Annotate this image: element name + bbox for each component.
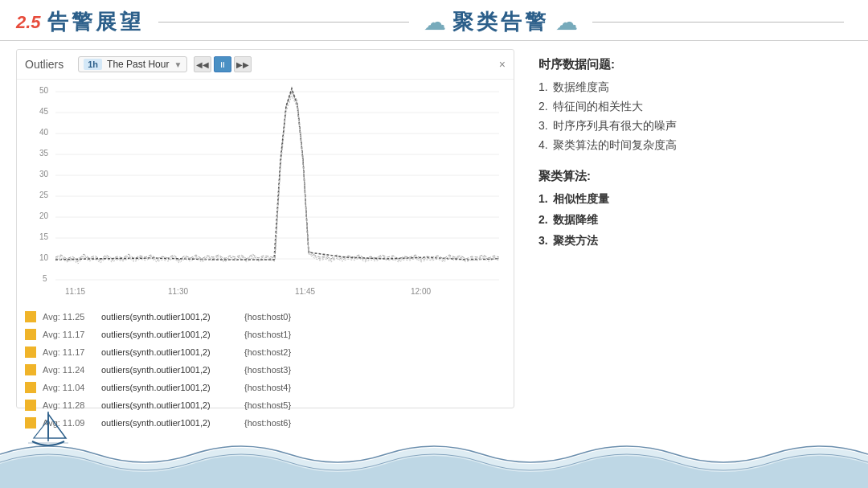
time-selector[interactable]: 1h The Past Hour ▼ xyxy=(78,56,187,72)
legend-color-0 xyxy=(25,311,36,322)
item-text: 聚类方法 xyxy=(553,234,598,248)
list-item: 3. 时序序列具有很大的噪声 xyxy=(538,119,844,133)
item-text: 聚类算法的时间复杂度高 xyxy=(553,138,677,153)
item-number: 4. xyxy=(538,138,548,153)
legend-avg-0: Avg: 11.25 xyxy=(43,312,95,322)
list-item: Avg: 11.24 outliers(synth.outlier1001,2)… xyxy=(25,361,506,379)
item-text: 数据降维 xyxy=(553,213,598,228)
legend-host-1: {host:host1} xyxy=(244,330,291,339)
legend-rows: Avg: 11.25 outliers(synth.outlier1001,2)… xyxy=(17,305,514,435)
legend-host-3: {host:host3} xyxy=(244,365,291,375)
list-item: 4. 聚类算法的时间复杂度高 xyxy=(538,138,844,153)
info-panel: 时序数据问题: 1. 数据维度高 2. 特征间的相关性大 3. 时序序列具有很大… xyxy=(530,49,852,408)
legend-metric-3: outliers(synth.outlier1001,2) xyxy=(101,365,238,375)
legend-avg-1: Avg: 11.17 xyxy=(43,330,95,339)
close-button[interactable]: × xyxy=(499,58,506,71)
svg-text:15: 15 xyxy=(39,232,49,241)
algo-list: 1. 相似性度量 2. 数据降维 3. 聚类方法 xyxy=(538,192,844,248)
svg-text:25: 25 xyxy=(39,191,49,199)
chart-toolbar: Outliers 1h The Past Hour ▼ ◀◀ ⏸ ▶▶ × xyxy=(17,50,514,80)
legend-color-2 xyxy=(25,347,36,358)
legend-metric-0: outliers(synth.outlier1001,2) xyxy=(101,312,238,322)
list-item: Avg: 11.28 outliers(synth.outlier1001,2)… xyxy=(25,396,506,414)
list-item: Avg: 11.17 outliers(synth.outlier1001,2)… xyxy=(25,343,506,361)
legend-metric-4: outliers(synth.outlier1001,2) xyxy=(101,383,238,392)
item-number: 1. xyxy=(538,80,548,95)
item-number: 2. xyxy=(538,213,548,228)
problems-list: 1. 数据维度高 2. 特征间的相关性大 3. 时序序列具有很大的噪声 4. 聚… xyxy=(538,80,844,153)
section1-title: 时序数据问题: xyxy=(538,57,844,72)
item-number: 1. xyxy=(538,192,548,207)
item-text: 特征间的相关性大 xyxy=(553,100,643,114)
list-item: 1. 相似性度量 xyxy=(538,192,844,207)
forward-button[interactable]: ▶▶ xyxy=(234,56,252,72)
header-divider xyxy=(158,22,410,23)
item-number: 2. xyxy=(538,100,548,114)
item-number: 3. xyxy=(538,234,548,248)
chart-title: Outliers xyxy=(25,58,63,71)
svg-text:45: 45 xyxy=(39,107,49,116)
header-divider-right xyxy=(592,22,844,23)
main-content: Outliers 1h The Past Hour ▼ ◀◀ ⏸ ▶▶ × 50… xyxy=(0,41,868,416)
svg-text:12:00: 12:00 xyxy=(411,287,431,296)
list-item: 1. 数据维度高 xyxy=(538,80,844,95)
legend-avg-2: Avg: 11.17 xyxy=(43,347,95,357)
legend-color-1 xyxy=(25,329,36,340)
legend-avg-3: Avg: 11.24 xyxy=(43,365,95,375)
cloud-icon-left: ☁ xyxy=(424,9,446,35)
svg-text:20: 20 xyxy=(39,211,49,220)
legend-host-5: {host:host5} xyxy=(244,400,291,410)
legend-color-3 xyxy=(25,364,36,375)
sailboat-icon xyxy=(24,408,72,452)
list-item: Avg: 11.25 outliers(synth.outlier1001,2)… xyxy=(25,308,506,326)
wave-svg xyxy=(0,424,868,488)
chart-panel: Outliers 1h The Past Hour ▼ ◀◀ ⏸ ▶▶ × 50… xyxy=(16,49,514,408)
legend-metric-5: outliers(synth.outlier1001,2) xyxy=(101,400,238,410)
rewind-button[interactable]: ◀◀ xyxy=(194,56,211,72)
legend-host-2: {host:host2} xyxy=(244,347,291,357)
list-item: Avg: 11.04 outliers(synth.outlier1001,2)… xyxy=(25,379,506,396)
list-item: 2. 特征间的相关性大 xyxy=(538,100,844,114)
chart-area: 50 45 40 35 30 25 20 15 10 5 xyxy=(17,80,514,305)
page-title: 告警展望 xyxy=(47,8,144,36)
cloud-icon-right: ☁ xyxy=(555,9,578,35)
svg-text:11:45: 11:45 xyxy=(295,287,315,296)
item-text: 相似性度量 xyxy=(553,192,609,207)
wave-decoration xyxy=(0,424,868,488)
chart-svg: 50 45 40 35 30 25 20 15 10 5 xyxy=(25,84,507,301)
svg-text:11:30: 11:30 xyxy=(168,287,188,296)
time-label: The Past Hour xyxy=(107,59,169,70)
svg-text:40: 40 xyxy=(39,128,49,137)
list-item: 3. 聚类方法 xyxy=(538,234,844,248)
list-item: Avg: 11.17 outliers(synth.outlier1001,2)… xyxy=(25,326,506,343)
center-title: 聚类告警 xyxy=(452,8,549,36)
header: 2.5 告警展望 ☁ 聚类告警 ☁ xyxy=(0,0,868,41)
dropdown-arrow-icon: ▼ xyxy=(174,60,182,69)
svg-text:30: 30 xyxy=(39,170,49,178)
playback-controls: ◀◀ ⏸ ▶▶ xyxy=(194,56,252,72)
legend-host-4: {host:host4} xyxy=(244,383,291,392)
item-text: 数据维度高 xyxy=(553,80,609,95)
legend-metric-1: outliers(synth.outlier1001,2) xyxy=(101,330,238,339)
svg-text:10: 10 xyxy=(39,253,49,262)
legend-metric-2: outliers(synth.outlier1001,2) xyxy=(101,347,238,357)
svg-text:50: 50 xyxy=(39,86,49,95)
item-text: 时序序列具有很大的噪声 xyxy=(553,119,677,133)
section-number: 2.5 xyxy=(16,12,41,33)
pause-button[interactable]: ⏸ xyxy=(214,56,231,72)
svg-text:11:15: 11:15 xyxy=(65,287,85,296)
time-badge: 1h xyxy=(84,59,102,70)
header-left: 2.5 告警展望 ☁ 聚类告警 ☁ xyxy=(16,8,852,36)
item-number: 3. xyxy=(538,119,548,133)
list-item: 2. 数据降维 xyxy=(538,213,844,228)
legend-color-4 xyxy=(25,382,36,393)
section2-title: 聚类算法: xyxy=(538,169,844,184)
svg-text:35: 35 xyxy=(39,149,49,158)
legend-avg-4: Avg: 11.04 xyxy=(43,383,95,392)
svg-text:5: 5 xyxy=(43,274,47,283)
legend-host-0: {host:host0} xyxy=(244,312,291,322)
